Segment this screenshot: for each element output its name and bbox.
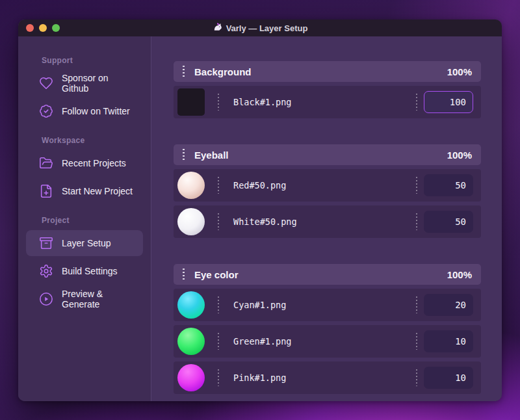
layer-file-name: Cyan#1.png: [233, 300, 416, 310]
layer-group-background: Background 100% Black#1.png: [174, 61, 481, 118]
file-plus-icon: [39, 184, 53, 198]
sidebar-item-sponsor-on-github[interactable]: Sponsor on Github: [26, 70, 143, 96]
sidebar: Support Sponsor on Github Follow on Twit…: [18, 36, 151, 401]
layer-group-eyeball: Eyeball 100% Red#50.png White#50.png: [174, 144, 481, 238]
layer-row: White#50.png: [174, 205, 481, 238]
sidebar-section-label: Project: [42, 216, 136, 225]
minimize-button[interactable]: [39, 24, 47, 32]
dotted-divider: [416, 296, 417, 313]
dotted-divider: [416, 369, 417, 386]
sidebar-item-label: Layer Setup: [62, 238, 111, 248]
archive-icon: [39, 236, 53, 250]
layer-group-name: Eye color: [194, 269, 447, 280]
layer-file-name: Red#50.png: [233, 180, 416, 190]
dotted-divider: [218, 177, 219, 194]
sidebar-section-project: Project Layer Setup Build Settings: [26, 216, 143, 312]
badge-check-icon: [39, 104, 53, 118]
layer-group-opacity: 100%: [447, 150, 472, 161]
folder-open-icon: [39, 156, 53, 170]
dotted-divider: [218, 213, 219, 230]
layer-group-name: Eyeball: [194, 150, 447, 161]
layer-thumbnail: [177, 291, 205, 319]
play-circle-icon: [39, 292, 53, 306]
gear-icon: [39, 264, 53, 278]
dotted-divider: [416, 333, 417, 350]
app-window: Varly — Layer Setup Support Sponsor on G…: [18, 20, 502, 401]
sidebar-item-label: Start New Project: [62, 186, 133, 196]
layer-weight-input[interactable]: [424, 330, 473, 352]
sidebar-item-build-settings[interactable]: Build Settings: [26, 258, 143, 284]
layer-group-header: Eye color 100%: [174, 264, 481, 285]
window-title: Varly — Layer Setup: [213, 22, 308, 34]
layer-group-opacity: 100%: [447, 269, 472, 280]
window-title-text: Varly — Layer Setup: [226, 23, 308, 33]
drag-handle-icon[interactable]: [183, 149, 185, 161]
sidebar-item-label: Recent Projects: [62, 158, 126, 168]
sidebar-item-label: Build Settings: [62, 266, 118, 276]
layer-thumbnail: [177, 208, 205, 235]
layer-row: Red#50.png: [174, 169, 481, 202]
dotted-divider: [218, 296, 219, 313]
sidebar-item-start-new-project[interactable]: Start New Project: [26, 178, 143, 204]
layer-row: Pink#1.png: [174, 361, 481, 394]
titlebar: Varly — Layer Setup: [18, 20, 502, 36]
layer-weight-input[interactable]: [424, 174, 473, 196]
layer-weight-input[interactable]: [424, 294, 473, 316]
layer-group-header: Background 100%: [174, 61, 481, 82]
layer-setup-panel: Background 100% Black#1.png: [151, 36, 502, 401]
dotted-divider: [416, 177, 417, 194]
drag-handle-icon[interactable]: [183, 66, 185, 77]
layer-group-header: Eyeball 100%: [174, 144, 481, 165]
dotted-divider: [218, 333, 219, 350]
traffic-lights: [26, 20, 60, 36]
sidebar-section-workspace: Workspace Recent Projects Start New Proj…: [26, 136, 143, 204]
sidebar-item-label: Sponsor on Github: [62, 73, 136, 94]
sidebar-item-recent-projects[interactable]: Recent Projects: [26, 150, 143, 176]
sidebar-section-support: Support Sponsor on Github Follow on Twit…: [26, 56, 143, 124]
drag-handle-icon[interactable]: [183, 269, 185, 280]
layer-file-name: Pink#1.png: [233, 373, 416, 383]
layer-thumbnail: [177, 328, 205, 355]
dotted-divider: [416, 213, 417, 230]
layer-group-name: Background: [194, 66, 447, 77]
close-button[interactable]: [26, 24, 34, 32]
heart-icon: [39, 76, 53, 90]
layer-row: Cyan#1.png: [174, 289, 481, 321]
sidebar-item-label: Preview & Generate: [62, 289, 136, 309]
layer-row: Black#1.png: [174, 86, 481, 118]
layer-group-opacity: 100%: [447, 66, 472, 77]
dotted-divider: [416, 94, 417, 111]
dotted-divider: [218, 369, 219, 386]
layer-group-eye-color: Eye color 100% Cyan#1.png Green#1.png: [174, 264, 481, 394]
layer-row: Green#1.png: [174, 325, 481, 358]
zoom-button[interactable]: [52, 24, 60, 32]
layer-file-name: Green#1.png: [233, 336, 416, 347]
sidebar-item-preview-generate[interactable]: Preview & Generate: [26, 286, 143, 312]
layer-file-name: White#50.png: [233, 217, 416, 227]
sidebar-item-layer-setup[interactable]: Layer Setup: [26, 230, 143, 256]
unicorn-icon: [213, 22, 222, 34]
layer-thumbnail: [177, 364, 205, 391]
sidebar-section-label: Support: [42, 56, 136, 65]
sidebar-item-follow-on-twitter[interactable]: Follow on Twitter: [26, 98, 143, 124]
layer-file-name: Black#1.png: [233, 97, 416, 107]
desktop-wallpaper: Varly — Layer Setup Support Sponsor on G…: [0, 0, 520, 420]
layer-thumbnail: [177, 88, 205, 116]
sidebar-section-label: Workspace: [42, 136, 136, 145]
sidebar-item-label: Follow on Twitter: [62, 106, 130, 116]
layer-weight-input[interactable]: [424, 367, 473, 389]
dotted-divider: [218, 94, 219, 111]
layer-weight-input[interactable]: [424, 211, 473, 233]
layer-weight-input[interactable]: [424, 91, 473, 113]
layer-thumbnail: [177, 172, 205, 199]
